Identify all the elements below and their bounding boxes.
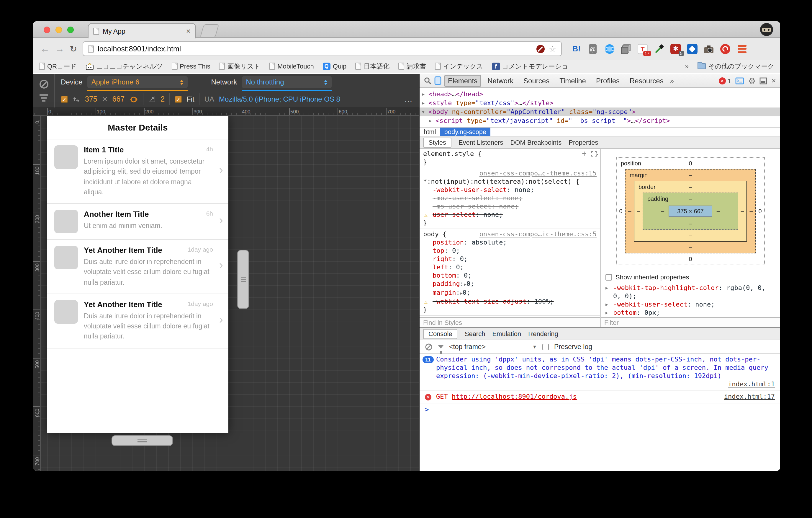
css-rule[interactable]: onsen-css-compo…c-theme.css:15 *:not(inp… bbox=[419, 168, 600, 229]
rotate-viewport-icon[interactable] bbox=[129, 96, 138, 103]
tab-event-listeners[interactable]: Event Listeners bbox=[459, 139, 503, 146]
fit-checkbox[interactable]: ✓ bbox=[175, 96, 182, 103]
other-bookmarks-folder[interactable]: その他のブックマーク bbox=[697, 62, 774, 71]
crumb-html[interactable]: html bbox=[419, 128, 440, 136]
preserve-log-checkbox[interactable] bbox=[542, 344, 549, 350]
frame-selector[interactable]: <top frame> bbox=[449, 343, 486, 350]
css-rule[interactable]: * {onsen-css-compo…c-theme.css:21 bbox=[419, 316, 600, 317]
css-property-overridden[interactable]: -ms-user-select: none; bbox=[423, 202, 597, 211]
tab-dom-breakpoints[interactable]: DOM Breakpoints bbox=[511, 139, 562, 146]
tree-row-script[interactable]: ▶<script type="text/javascript" id="__bs… bbox=[419, 116, 780, 125]
reload-icon[interactable]: ↻ bbox=[69, 44, 77, 53]
css-property-overridden[interactable]: -moz-user-select: none; bbox=[423, 194, 597, 202]
css-rule[interactable]: body {onsen-css-compo…ic-theme.css:5 pos… bbox=[419, 229, 600, 316]
css-property[interactable]: -webkit-user-select: none; bbox=[423, 186, 597, 194]
viewport-height[interactable]: 667 bbox=[112, 95, 124, 103]
list-item[interactable]: Another Item Title Ut enim ad minim veni… bbox=[47, 204, 228, 240]
element-style-rule[interactable]: element.style { } + bbox=[419, 149, 600, 168]
source-link[interactable]: index.html:1 bbox=[728, 380, 775, 388]
crumb-body[interactable]: body.ng-scope bbox=[440, 128, 491, 136]
viewport-resize-handle-bottom[interactable] bbox=[112, 435, 173, 446]
css-property[interactable]: bottom: 0; bbox=[423, 272, 597, 280]
css-property[interactable]: right: 0; bbox=[423, 255, 597, 264]
todoist-extension-icon[interactable]: T 17 bbox=[636, 43, 649, 55]
css-property[interactable]: top: 0; bbox=[423, 247, 597, 255]
bookmark-item[interactable]: 請求書 bbox=[398, 62, 426, 71]
close-devtools-icon[interactable]: × bbox=[772, 76, 776, 85]
tab-console[interactable]: Console bbox=[423, 329, 458, 339]
filter-funnel-icon[interactable] bbox=[438, 345, 444, 349]
console-warning-message[interactable]: 11 Consider using 'dppx' units, as in CS… bbox=[419, 354, 780, 391]
media-queries-icon[interactable] bbox=[39, 94, 48, 102]
eyedropper-extension-icon[interactable] bbox=[653, 43, 665, 55]
back-icon[interactable]: ← bbox=[40, 44, 50, 53]
clear-console-icon[interactable] bbox=[425, 343, 433, 351]
new-tab-button[interactable] bbox=[200, 24, 219, 38]
computed-property[interactable]: ▶bottom: 0px; bbox=[601, 309, 780, 317]
css-property[interactable]: position: absolute; bbox=[423, 239, 597, 247]
console-prompt[interactable]: > bbox=[419, 403, 780, 416]
find-styles-input[interactable] bbox=[423, 319, 597, 326]
stylesheet-link[interactable]: onsen-css-compo…c-theme.css:15 bbox=[480, 169, 597, 178]
settings-gear-icon[interactable]: ⚙ bbox=[748, 76, 756, 85]
computed-property[interactable]: ▶-webkit-user-select: none; bbox=[601, 301, 780, 309]
globe-extension-icon[interactable] bbox=[603, 43, 616, 55]
tab-emulation[interactable]: Emulation bbox=[492, 330, 521, 337]
url-input[interactable] bbox=[98, 45, 532, 53]
list-item[interactable]: Item 1 Title Lorem ipsum dolor sit amet,… bbox=[47, 139, 228, 204]
computed-property[interactable]: ▶-webkit-tap-highlight-color: rgba(0, 0,… bbox=[601, 284, 780, 301]
zoom-window-button[interactable] bbox=[67, 27, 74, 33]
tab-rendering[interactable]: Rendering bbox=[528, 330, 558, 337]
list-item[interactable]: Yet Another Item Title Duis aute irure d… bbox=[47, 240, 228, 294]
disable-emulation-icon[interactable] bbox=[39, 80, 48, 89]
bookmark-item[interactable]: f コメントモデレーショ bbox=[492, 62, 568, 71]
frame-dropdown-icon[interactable]: ▼ bbox=[532, 344, 537, 349]
tab-sources[interactable]: Sources bbox=[520, 75, 553, 86]
bookmark-item[interactable]: 画像リスト bbox=[219, 62, 261, 71]
stylesheet-link[interactable]: onsen-css-compo…ic-theme.css:5 bbox=[480, 230, 597, 239]
bookmark-item[interactable]: MobileTouch bbox=[269, 63, 314, 70]
network-select[interactable]: No throttling bbox=[242, 77, 331, 88]
list-item[interactable]: Yet Another Item Title Duis aute irure d… bbox=[47, 294, 228, 349]
tab-network[interactable]: Network bbox=[484, 75, 517, 86]
device-select[interactable]: Apple iPhone 6 bbox=[87, 77, 187, 88]
bookmark-item[interactable]: インデックス bbox=[435, 62, 483, 71]
tree-row-body[interactable]: ▼<body ng-controller="AppController" cla… bbox=[419, 108, 780, 116]
diamond-extension-icon[interactable] bbox=[686, 43, 698, 55]
camera-extension-icon[interactable] bbox=[702, 43, 715, 55]
bookmark-star-icon[interactable]: ☆ bbox=[549, 44, 556, 53]
css-property[interactable]: left: 0; bbox=[423, 264, 597, 272]
bookmark-item[interactable]: Q Quip bbox=[323, 62, 347, 70]
forward-icon[interactable]: → bbox=[55, 44, 64, 53]
console-drawer-icon[interactable] bbox=[735, 77, 744, 84]
more-options-icon[interactable]: … bbox=[404, 94, 413, 104]
tree-row-style[interactable]: ▶<style type="text/css">…</style> bbox=[419, 99, 780, 108]
error-count[interactable]: × 1 bbox=[719, 77, 731, 84]
tab-styles[interactable]: Styles bbox=[423, 137, 452, 147]
address-bar[interactable]: ☆ bbox=[82, 42, 561, 56]
source-link[interactable]: index.html:17 bbox=[724, 393, 775, 401]
bookmarks-overflow-chevron[interactable]: » bbox=[685, 63, 689, 70]
flashblock-icon[interactable] bbox=[536, 45, 545, 53]
swap-dimensions-icon[interactable] bbox=[72, 96, 80, 103]
show-inherited-checkbox[interactable] bbox=[606, 274, 612, 280]
css-property-expandable[interactable]: padding:▶0; bbox=[423, 280, 597, 289]
bookmark-item[interactable]: Press This bbox=[171, 63, 210, 70]
authy-extension-icon[interactable] bbox=[719, 43, 731, 55]
show-inherited-toggle[interactable]: Show inherited properties bbox=[601, 271, 780, 283]
css-property-invalid[interactable]: ⚠ -webkit-text-size-adjust: 100%; bbox=[423, 298, 597, 306]
filter-input[interactable] bbox=[604, 319, 777, 326]
tab-properties[interactable]: Properties bbox=[569, 139, 598, 146]
bookmark-item[interactable]: ニコニコチャンネルツ bbox=[86, 62, 163, 71]
hatena-extension-icon[interactable]: B! bbox=[570, 43, 583, 55]
tab-close-icon[interactable]: × bbox=[186, 27, 191, 35]
bookmark-item[interactable]: QRコード bbox=[39, 62, 77, 71]
viewport-width[interactable]: 375 bbox=[85, 95, 97, 103]
device-pixel-ratio[interactable]: 2 bbox=[161, 95, 165, 103]
element-state-icon[interactable] bbox=[591, 151, 597, 156]
device-mode-icon[interactable] bbox=[434, 76, 441, 85]
menu-icon[interactable] bbox=[735, 43, 748, 55]
tab-search[interactable]: Search bbox=[465, 330, 485, 337]
tabs-overflow-chevron[interactable]: » bbox=[670, 77, 674, 85]
layers-extension-icon[interactable] bbox=[620, 43, 632, 55]
